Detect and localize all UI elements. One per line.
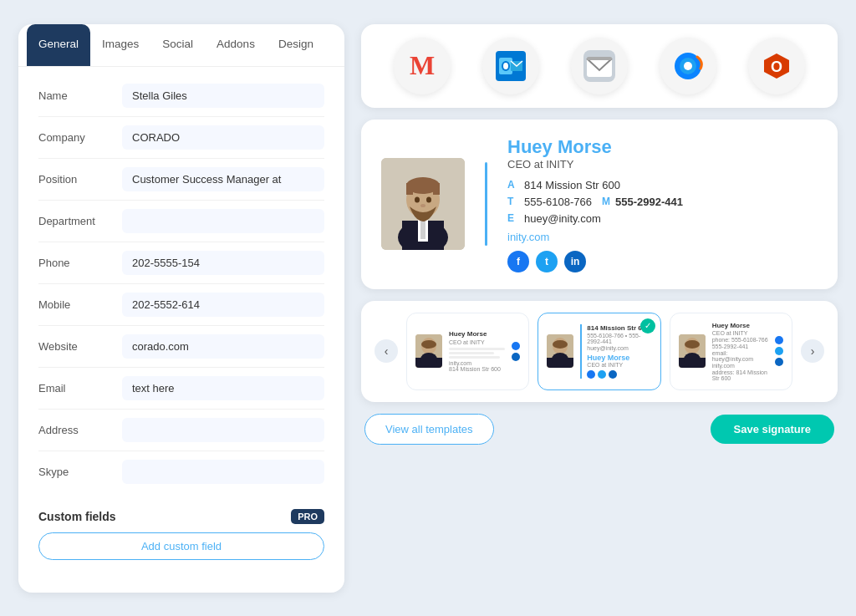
person-avatar-svg <box>381 158 465 250</box>
template-1-social <box>512 342 520 361</box>
form-input-skype[interactable] <box>122 460 324 484</box>
form-label-website: Website <box>38 340 122 353</box>
tab-social[interactable]: Social <box>150 24 205 66</box>
form-input-company[interactable] <box>122 125 324 150</box>
view-all-templates-button[interactable]: View all templates <box>364 414 494 445</box>
svg-rect-20 <box>433 183 440 195</box>
form-row-department: Department <box>38 201 324 242</box>
right-panel: M <box>361 24 838 593</box>
template-3-info: Huey Morse CEO at INITY phone: 555-6108-… <box>712 322 768 381</box>
phone-key: T <box>507 196 519 207</box>
signature-preview: Huey Morse CEO at INITY A 814 Mission St… <box>361 120 838 289</box>
form-label-company: Company <box>38 131 122 144</box>
template-3-photo <box>679 334 706 368</box>
svg-point-38 <box>684 353 701 366</box>
tab-design[interactable]: Design <box>267 24 325 66</box>
form-row-email: Email <box>38 368 324 410</box>
svg-point-3 <box>503 63 508 69</box>
svg-rect-19 <box>406 183 413 195</box>
prev-template-button[interactable]: ‹ <box>374 339 398 363</box>
form-section: NameCompanyPositionDepartmentPhoneMobile… <box>18 75 344 492</box>
svg-point-23 <box>420 204 425 207</box>
facebook-icon[interactable]: f <box>507 251 529 272</box>
form-row-address: Address <box>38 410 324 451</box>
form-row-skype: Skype <box>38 451 324 492</box>
form-input-website[interactable] <box>122 334 324 359</box>
signature-website[interactable]: inity.com <box>507 231 549 243</box>
office365-icon: O <box>761 50 792 82</box>
twitter-icon[interactable]: t <box>536 251 558 272</box>
office365-icon-button[interactable]: O <box>748 38 805 94</box>
form-input-address[interactable] <box>122 418 324 442</box>
form-input-mobile[interactable] <box>122 293 324 317</box>
template-card-2[interactable]: ✓ 814 Mission Str 600 555-6108-766 • 555… <box>538 313 660 390</box>
form-input-position[interactable] <box>122 167 324 191</box>
form-label-position: Position <box>38 173 122 186</box>
signature-mobile: 555-2992-441 <box>615 196 683 208</box>
signature-phone-row: T 555-6108-766 M 555-2992-441 <box>507 196 818 208</box>
template-3-social <box>775 336 783 366</box>
email-clients-bar: M <box>361 24 838 108</box>
form-label-phone: Phone <box>38 257 122 269</box>
form-input-email[interactable] <box>122 376 324 400</box>
signature-photo <box>381 158 465 250</box>
tab-images[interactable]: Images <box>90 24 150 66</box>
add-custom-field-button[interactable]: Add custom field <box>38 532 324 560</box>
form-label-address: Address <box>38 424 122 436</box>
template-card-1[interactable]: Huey Morse CEO at INITY inity.com 814 Mi… <box>406 313 529 390</box>
signature-text-block: Huey Morse CEO at INITY A 814 Mission St… <box>507 136 818 272</box>
templates-list: Huey Morse CEO at INITY inity.com 814 Mi… <box>406 313 792 390</box>
applemail-icon <box>583 50 615 82</box>
form-label-email: Email <box>38 382 122 395</box>
signature-email-row: E huey@inity.com <box>507 212 818 225</box>
outlook-icon-button[interactable] <box>482 38 539 94</box>
signature-address: 814 Mission Str 600 <box>524 179 620 191</box>
svg-point-22 <box>426 197 431 203</box>
signature-phone: 555-6108-766 <box>524 196 592 208</box>
form-label-mobile: Mobile <box>38 298 122 311</box>
signature-name-block: Huey Morse CEO at INITY <box>507 136 818 171</box>
form-label-skype: Skype <box>38 466 122 478</box>
thunderbird-icon-button[interactable] <box>660 38 716 94</box>
template-card-3[interactable]: Huey Morse CEO at INITY phone: 555-6108-… <box>670 313 792 390</box>
tabs-bar: General Images Social Addons Design <box>18 24 344 67</box>
email-key: E <box>507 212 519 224</box>
svg-point-31 <box>553 340 568 349</box>
save-signature-button[interactable]: Save signature <box>711 415 835 444</box>
form-input-name[interactable] <box>122 84 324 108</box>
signature-title: CEO at INITY <box>507 158 818 171</box>
left-panel: General Images Social Addons Design Name… <box>18 24 344 593</box>
form-label-name: Name <box>38 89 122 102</box>
form-row-name: Name <box>38 75 324 117</box>
signature-name: Huey Morse <box>507 136 818 158</box>
signature-address-row: A 814 Mission Str 600 <box>507 179 818 191</box>
gmail-icon-button[interactable]: M <box>394 38 451 94</box>
form-row-mobile: Mobile <box>38 284 324 326</box>
address-key: A <box>507 179 519 191</box>
applemail-icon-button[interactable] <box>571 38 628 94</box>
svg-point-36 <box>685 340 700 349</box>
form-input-department[interactable] <box>122 209 324 233</box>
next-template-button[interactable]: › <box>801 339 824 363</box>
form-row-website: Website <box>38 326 324 368</box>
svg-point-10 <box>684 62 692 70</box>
signature-website-row: inity.com <box>507 229 818 244</box>
tab-general[interactable]: General <box>27 24 90 66</box>
mobile-key: M <box>602 196 610 207</box>
svg-point-28 <box>420 353 437 366</box>
svg-text:O: O <box>771 59 782 75</box>
templates-section: ‹ Huey Morse CEO <box>361 301 838 402</box>
thunderbird-icon <box>672 50 704 82</box>
linkedin-icon[interactable]: in <box>564 251 586 272</box>
form-row-position: Position <box>38 159 324 201</box>
form-row-company: Company <box>38 117 324 159</box>
main-container: General Images Social Addons Design Name… <box>18 24 838 593</box>
template-2-photo <box>547 334 573 368</box>
form-label-department: Department <box>38 215 122 227</box>
signature-divider <box>485 162 487 246</box>
template-2-info: 814 Mission Str 600 555-6108-766 • 555-2… <box>580 324 651 379</box>
svg-point-26 <box>421 340 436 349</box>
tab-addons[interactable]: Addons <box>205 24 267 66</box>
form-input-phone[interactable] <box>122 251 324 275</box>
signature-social-icons: f t in <box>507 251 818 272</box>
